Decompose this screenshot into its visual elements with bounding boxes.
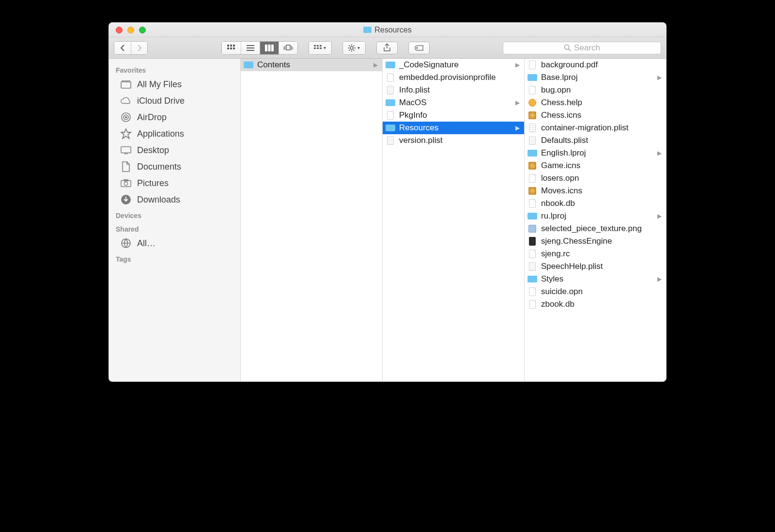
sidebar-item-all-my-files[interactable]: All My Files bbox=[109, 76, 240, 93]
file-label: Base.lproj bbox=[541, 73, 653, 82]
file-row[interactable]: English.lproj▶ bbox=[525, 147, 666, 159]
list-view-button[interactable] bbox=[241, 42, 260, 54]
search-field[interactable]: Search bbox=[503, 42, 661, 54]
sidebar-item-documents[interactable]: Documents bbox=[109, 158, 240, 175]
file-icon bbox=[527, 225, 537, 233]
sidebar-item-label: AirDrop bbox=[137, 112, 167, 123]
icon-view-button[interactable] bbox=[222, 42, 241, 54]
share-button[interactable] bbox=[376, 42, 398, 54]
documents-icon bbox=[121, 162, 131, 172]
tags-button[interactable] bbox=[408, 42, 430, 54]
sidebar-item-airdrop[interactable]: AirDrop bbox=[109, 109, 240, 125]
file-icon bbox=[527, 187, 537, 195]
svg-rect-4 bbox=[230, 47, 232, 49]
svg-rect-12 bbox=[286, 45, 290, 50]
svg-rect-0 bbox=[227, 45, 229, 47]
downloads-icon bbox=[121, 195, 131, 204]
svg-point-26 bbox=[125, 117, 127, 118]
file-icon bbox=[527, 137, 537, 144]
file-label: version.plist bbox=[399, 136, 521, 145]
file-icon bbox=[386, 86, 395, 94]
svg-point-30 bbox=[124, 182, 127, 185]
action-menu[interactable]: ▾ bbox=[342, 41, 366, 55]
column-1[interactable]: _CodeSignature▶embedded.provisionprofile… bbox=[383, 59, 525, 381]
file-label: zbook.db bbox=[541, 299, 663, 309]
arrange-menu[interactable]: ▾ bbox=[309, 41, 332, 55]
sidebar-item-icloud-drive[interactable]: iCloud Drive bbox=[109, 93, 240, 109]
zoom-button[interactable] bbox=[139, 27, 146, 33]
file-row[interactable]: PkgInfo bbox=[383, 109, 524, 122]
file-row[interactable]: bug.opn bbox=[525, 84, 666, 96]
sidebar-item-downloads[interactable]: Downloads bbox=[109, 191, 240, 208]
file-row[interactable]: Game.icns bbox=[525, 159, 666, 172]
svg-rect-17 bbox=[317, 47, 319, 49]
file-icon bbox=[527, 174, 537, 182]
file-icon bbox=[527, 288, 537, 296]
window-title-text: Resources bbox=[374, 26, 411, 34]
column-2[interactable]: background.pdfBase.lproj▶bug.opnChess.he… bbox=[525, 59, 666, 381]
file-row[interactable]: Defaults.plist bbox=[525, 134, 666, 147]
file-row[interactable]: losers.opn bbox=[525, 172, 666, 185]
file-icon bbox=[527, 86, 537, 94]
svg-rect-16 bbox=[314, 47, 316, 49]
file-row[interactable]: suicide.opn bbox=[525, 285, 666, 298]
file-label: Game.icns bbox=[541, 161, 663, 171]
minimize-button[interactable] bbox=[127, 27, 134, 33]
file-label: nbook.db bbox=[541, 199, 663, 208]
file-row[interactable]: embedded.provisionprofile bbox=[383, 71, 524, 84]
nav-buttons bbox=[114, 41, 148, 55]
coverflow-view-button[interactable] bbox=[279, 42, 297, 54]
chevron-right-icon: ▶ bbox=[657, 74, 663, 81]
file-row[interactable]: MacOS▶ bbox=[383, 96, 524, 109]
file-row[interactable]: Info.plist bbox=[383, 84, 524, 96]
close-button[interactable] bbox=[116, 27, 123, 33]
file-icon bbox=[527, 99, 537, 107]
column-0[interactable]: Contents▶ bbox=[241, 59, 383, 381]
column-view-button[interactable] bbox=[260, 42, 279, 54]
file-label: container-migration.plist bbox=[541, 123, 663, 133]
file-row[interactable]: Contents▶ bbox=[241, 59, 382, 71]
svg-point-21 bbox=[564, 45, 569, 49]
file-row[interactable]: Base.lproj▶ bbox=[525, 71, 666, 84]
svg-rect-1 bbox=[230, 45, 232, 47]
file-label: Styles bbox=[541, 274, 653, 284]
file-icon bbox=[527, 124, 537, 132]
file-row[interactable]: Chess.icns bbox=[525, 109, 666, 122]
file-row[interactable]: selected_piece_texture.png bbox=[525, 222, 666, 235]
file-row[interactable]: zbook.db bbox=[525, 298, 666, 311]
folder-icon bbox=[527, 74, 537, 81]
sidebar-item-all-[interactable]: All… bbox=[109, 235, 240, 251]
file-row[interactable]: sjeng.ChessEngine bbox=[525, 235, 666, 248]
file-label: SpeechHelp.plist bbox=[541, 262, 663, 271]
file-row[interactable]: version.plist bbox=[383, 134, 524, 147]
file-row[interactable]: SpeechHelp.plist bbox=[525, 260, 666, 273]
file-label: selected_piece_texture.png bbox=[541, 224, 663, 234]
sidebar-item-label: All… bbox=[137, 238, 155, 249]
sidebar-item-pictures[interactable]: Pictures bbox=[109, 175, 240, 191]
file-row[interactable]: nbook.db bbox=[525, 197, 666, 210]
sidebar-item-label: Applications bbox=[137, 129, 184, 139]
file-label: MacOS bbox=[399, 98, 512, 108]
folder-icon bbox=[527, 212, 537, 220]
file-row[interactable]: Styles▶ bbox=[525, 273, 666, 285]
file-row[interactable]: Chess.help bbox=[525, 96, 666, 109]
airdrop-icon bbox=[121, 112, 131, 122]
toolbar: ▾ ▾ Search bbox=[109, 37, 666, 59]
file-row[interactable]: container-migration.plist bbox=[525, 122, 666, 134]
back-button[interactable] bbox=[114, 42, 131, 54]
file-label: _CodeSignature bbox=[399, 60, 512, 70]
chevron-right-icon: ▶ bbox=[515, 99, 521, 106]
cloud-icon bbox=[121, 96, 131, 106]
sidebar-item-desktop[interactable]: Desktop bbox=[109, 142, 240, 158]
sidebar-item-applications[interactable]: Applications bbox=[109, 125, 240, 142]
file-row[interactable]: _CodeSignature▶ bbox=[383, 59, 524, 71]
folder-icon bbox=[386, 99, 395, 107]
file-row[interactable]: background.pdf bbox=[525, 59, 666, 71]
file-row[interactable]: Moves.icns bbox=[525, 185, 666, 197]
file-row[interactable]: Resources▶ bbox=[383, 122, 524, 134]
svg-rect-18 bbox=[320, 47, 322, 49]
svg-rect-27 bbox=[121, 147, 131, 153]
file-row[interactable]: sjeng.rc bbox=[525, 248, 666, 260]
file-row[interactable]: ru.lproj▶ bbox=[525, 210, 666, 222]
forward-button[interactable] bbox=[131, 42, 147, 54]
